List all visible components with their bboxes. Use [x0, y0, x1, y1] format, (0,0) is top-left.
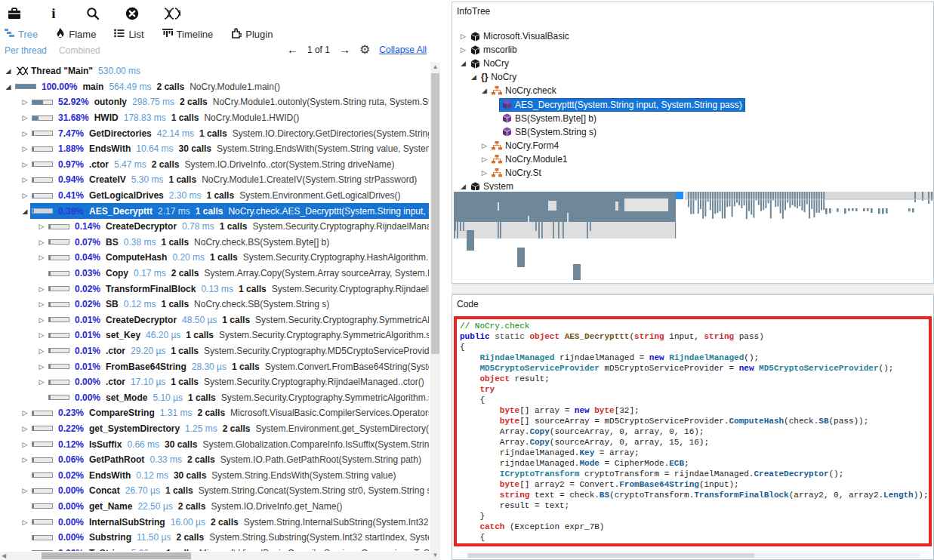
tab-timeline[interactable]: Timeline [162, 28, 214, 40]
tab-flame[interactable]: Flame [56, 28, 96, 41]
horizontal-scrollbar[interactable]: ◀ [0, 552, 430, 560]
combined-toggle[interactable]: Combined [59, 45, 100, 56]
tree-row[interactable]: ▷0.01%FromBase64String28.30 µs1 callsSys… [0, 358, 429, 374]
expander-icon[interactable]: ▷ [36, 363, 47, 371]
tree-row[interactable]: ▷0.01%CreateDecryptor48.50 µs1 callsSyst… [0, 312, 429, 328]
expander-icon[interactable]: ▷ [36, 316, 47, 324]
gear-icon[interactable]: ⚙ [359, 42, 370, 57]
tree-row[interactable]: ▷0.00%Concat26.70 µs1 callsSystem.String… [0, 483, 429, 499]
stop-icon[interactable] [122, 5, 142, 23]
infotree-row[interactable]: ▷NoCry.St [454, 166, 929, 180]
tree-row[interactable]: ▷0.14%CreateDecryptor0.78 ms1 callsSyste… [0, 219, 429, 235]
expander-icon[interactable]: ▷ [458, 32, 468, 40]
tree-row[interactable]: ▷0.07%BS0.38 ms1 callsNoCry.check.BS(Sys… [0, 235, 429, 251]
tree-row[interactable]: ▷52.92%outonly298.75 ms2 callsNoCry.Modu… [0, 94, 429, 110]
tree-row[interactable]: ◢0.38%AES_Decrypttt2.17 ms1 callsNoCry.c… [0, 203, 429, 219]
vertical-scrollbar[interactable]: ▲ ▼ [430, 62, 440, 560]
expander-icon[interactable]: ▷ [479, 169, 489, 177]
infotree-row[interactable]: ◢NoCry.check [454, 84, 929, 97]
expander-icon[interactable]: ▷ [20, 425, 30, 432]
tree-row[interactable]: 0.00%Substring11.50 µs2 callsSystem.Stri… [0, 530, 429, 546]
tree-row[interactable]: ▷31.68%HWID178.83 ms1 callsNoCry.Module1… [0, 110, 429, 126]
code-horizontal-scrollbar[interactable] [467, 553, 920, 558]
tree-row[interactable]: ▷0.12%IsSuffix0.66 ms30 callsSystem.Glob… [0, 436, 429, 452]
expander-icon[interactable]: ▷ [20, 518, 30, 526]
expander-icon[interactable]: ▷ [20, 145, 30, 152]
expander-icon[interactable]: ▷ [36, 347, 47, 355]
vertical-scroll-thumb[interactable] [431, 73, 439, 354]
tree-row[interactable]: ▷7.47%GetDirectories42.14 ms1 callsSyste… [0, 125, 429, 141]
next-arrow-button[interactable]: → [339, 43, 350, 56]
expander-icon[interactable]: ◢ [458, 60, 468, 67]
tree-row[interactable]: ▷0.41%GetLogicalDrives2.30 ms1 callsSyst… [0, 188, 429, 204]
expander-icon[interactable]: ◢ [479, 87, 489, 94]
per-thread-toggle[interactable]: Per thread [5, 45, 47, 56]
tree-row[interactable]: ▷0.00%.ctor17.10 µs1 callsSystem.Securit… [0, 374, 429, 390]
expander-icon[interactable]: ▷ [36, 331, 47, 339]
scroll-down-icon[interactable]: ▼ [430, 550, 440, 560]
expander-icon[interactable]: ◢ [3, 67, 14, 75]
infotree-row[interactable]: AES_Decrypttt(System.String input, Syste… [454, 97, 929, 111]
expander-icon[interactable]: ▷ [479, 142, 489, 149]
panel-splitter[interactable] [452, 285, 934, 294]
expander-icon[interactable]: ◢ [3, 83, 14, 91]
infotree-row[interactable]: ◢NoCry [454, 57, 929, 70]
scroll-left-icon[interactable]: ◀ [2, 552, 6, 560]
expander-icon[interactable]: ▷ [20, 161, 30, 168]
search-icon[interactable] [83, 5, 103, 23]
tree-row[interactable]: 0.00%get_Name22.50 µs2 callsSystem.IO.Dr… [0, 499, 429, 515]
prev-arrow-button[interactable]: ← [287, 43, 298, 56]
infotree-row[interactable]: ▷NoCry.Form4 [454, 139, 929, 152]
tree-row[interactable]: ▷0.97%.ctor5.47 ms2 callsSystem.IO.Drive… [0, 157, 429, 173]
expander-icon[interactable]: ▷ [36, 285, 47, 293]
tree-row[interactable]: ▷0.02%SB0.12 ms1 callsNoCry.check.SB(Sys… [0, 297, 429, 312]
tree-row[interactable]: ▷1.88%EndsWith10.64 ms30 callsSystem.Str… [0, 141, 429, 157]
expander-icon[interactable]: ▷ [20, 192, 30, 199]
timeline-canvas[interactable] [452, 190, 933, 284]
tab-plugin[interactable]: Plugin [231, 28, 273, 41]
tree-row[interactable]: ▷0.22%get_SystemDirectory1.25 ms2 callsS… [0, 421, 429, 437]
tree-row[interactable]: ▷0.23%CompareString1.31 ms2 callsMicroso… [0, 405, 429, 421]
expander-icon[interactable]: ▷ [20, 114, 30, 122]
infotree-row[interactable]: ◢System [454, 180, 929, 191]
tree-row[interactable]: 0.02%EndsWith0.12 ms30 callsSystem.Strin… [0, 467, 429, 483]
tree-row[interactable]: ◢100.00%main564.49 ms2 callsNoCry.Module… [0, 79, 429, 95]
tree-row[interactable]: 0.03%Copy0.17 ms2 callsSystem.Array.Copy… [0, 266, 429, 282]
expander-icon[interactable]: ▷ [20, 456, 30, 463]
tree-row[interactable]: ▷0.01%.ctor29.20 µs1 callsSystem.Securit… [0, 343, 429, 359]
tree-row[interactable]: ▷0.00%InternalSubString16.00 µs2 callsSy… [0, 514, 429, 530]
expander-icon[interactable]: ◢ [469, 73, 479, 81]
expander-icon[interactable]: ▷ [20, 176, 30, 183]
tree-row[interactable]: ▷0.06%GetPathRoot0.33 ms2 callsSystem.IO… [0, 452, 429, 468]
tree-row[interactable]: 0.00%ToString5.60 µs1 callsMicrosoft.Vis… [0, 545, 429, 551]
expander-icon[interactable]: ▷ [36, 300, 47, 308]
tree-row[interactable]: 0.00%set_Mode5.10 µs1 callsSystem.Securi… [0, 389, 429, 405]
expander-icon[interactable]: ▷ [36, 378, 47, 386]
expander-icon[interactable]: ▷ [36, 254, 47, 261]
expander-icon[interactable]: ▷ [36, 238, 47, 246]
infotree-row[interactable]: SB(System.String s) [454, 125, 929, 139]
tree-row[interactable]: ▷0.94%CreateIV5.30 ms1 callsNoCry.Module… [0, 172, 429, 188]
tab-list[interactable]: List [114, 29, 143, 40]
infotree-row[interactable]: ▷Microsoft.VisualBasic [454, 29, 929, 43]
infotree-row[interactable]: ▷NoCry.Module1 [454, 152, 929, 166]
infotree-row[interactable]: BS(System.Byte[] b) [454, 112, 929, 125]
tree-row[interactable]: ▷0.02%TransformFinalBlock0.13 ms1 callsS… [0, 281, 429, 297]
thread-row[interactable]: ◢Thread "Main"530.00 ms [0, 63, 429, 79]
expander-icon[interactable]: ▷ [479, 155, 489, 163]
expander-icon[interactable]: ◢ [20, 208, 30, 215]
horizontal-scroll-thumb[interactable] [42, 552, 191, 559]
expander-icon[interactable]: ▷ [458, 46, 468, 54]
tree-row[interactable]: ▷0.04%ComputeHash0.20 ms1 callsSystem.Se… [0, 250, 429, 266]
expander-icon[interactable]: ▷ [20, 487, 30, 494]
info-icon[interactable]: i [44, 5, 63, 23]
collapse-all-link[interactable]: Collapse All [379, 45, 427, 55]
expander-icon[interactable]: ▷ [20, 130, 30, 137]
dna-icon[interactable] [162, 5, 181, 23]
expander-icon[interactable]: ▷ [20, 98, 30, 106]
tab-tree[interactable]: Tree [5, 28, 38, 40]
scroll-up-icon[interactable]: ▲ [430, 62, 440, 72]
expander-icon[interactable]: ◢ [458, 183, 468, 190]
expander-icon[interactable]: ▷ [20, 441, 30, 448]
expander-icon[interactable]: ▷ [36, 223, 47, 230]
